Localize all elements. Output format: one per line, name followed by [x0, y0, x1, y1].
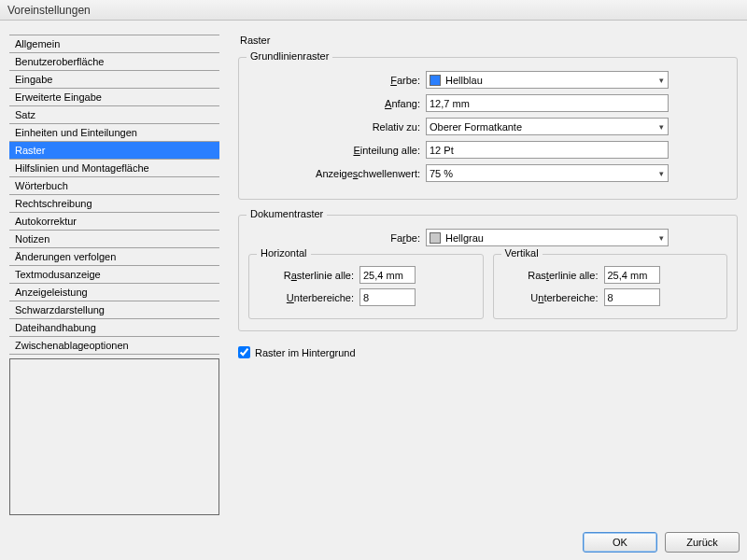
chevron-down-icon: ▾: [659, 169, 664, 178]
category-sidebar: AllgemeinBenutzeroberflächeEingabeErweit…: [9, 35, 219, 515]
sidebar-item[interactable]: Eingabe: [9, 71, 219, 89]
baseline-relative-label: Relativ zu:: [248, 121, 426, 133]
grid-in-back-checkbox[interactable]: [238, 346, 250, 358]
baseline-relative-value: Oberer Formatkante: [430, 121, 522, 133]
baseline-start-input[interactable]: [426, 94, 669, 112]
sidebar-item[interactable]: Anzeigeleistung: [9, 284, 219, 301]
document-grid-group: Dokumentraster Farbe: Hellgrau ▾ Horizon…: [238, 215, 738, 331]
sidebar-item[interactable]: Textmodusanzeige: [9, 266, 219, 284]
horizontal-subgroup: Horizontal Rasterlinie alle: Unterbereic…: [248, 254, 484, 319]
vertical-title: Vertikal: [501, 247, 543, 259]
sidebar-item[interactable]: Dateihandhabung: [9, 319, 219, 337]
chevron-down-icon: ▾: [659, 233, 664, 243]
baseline-grid-group: Grundlinienraster Farbe: Hellblau ▾ Anfa…: [238, 57, 738, 200]
baseline-relative-select[interactable]: Oberer Formatkante ▾: [426, 118, 669, 135]
sidebar-item[interactable]: Rechtschreibung: [9, 195, 219, 213]
color-swatch-icon: [430, 232, 441, 244]
sidebar-item[interactable]: Allgemein: [9, 35, 219, 53]
v-gridline-label: Rasterlinie alle:: [501, 270, 604, 281]
h-gridline-label: Rasterlinie alle:: [257, 270, 359, 281]
v-subdiv-input[interactable]: [604, 288, 660, 306]
baseline-increment-label: Einteilung alle:: [248, 145, 426, 156]
v-subdiv-label: Unterbereiche:: [501, 292, 604, 303]
content-area: AllgemeinBenutzeroberflächeEingabeErweit…: [0, 21, 747, 525]
sidebar-item[interactable]: Erweiterte Eingabe: [9, 89, 219, 106]
docgrid-color-label: Farbe:: [248, 232, 426, 244]
sidebar-item[interactable]: Raster: [9, 142, 219, 160]
chevron-down-icon: ▾: [659, 76, 664, 85]
sidebar-item[interactable]: Notizen: [9, 231, 219, 248]
category-list: AllgemeinBenutzeroberflächeEingabeErweit…: [9, 35, 219, 355]
dialog-button-bar: OK Zurück: [583, 532, 740, 553]
baseline-color-label: Farbe:: [248, 75, 426, 86]
baseline-start-label: Anfang:: [248, 98, 426, 109]
sidebar-item[interactable]: Satz: [9, 106, 219, 124]
baseline-increment-input[interactable]: [426, 141, 669, 159]
window-title: Voreinstellungen: [7, 4, 91, 17]
page-title: Raster: [238, 35, 738, 46]
back-button[interactable]: Zurück: [665, 532, 740, 553]
ok-button[interactable]: OK: [583, 532, 657, 553]
chevron-down-icon: ▾: [659, 122, 664, 132]
vertical-subgroup: Vertikal Rasterlinie alle: Unterbereiche…: [493, 254, 728, 319]
sidebar-item[interactable]: Schwarzdarstellung: [9, 301, 219, 319]
horizontal-title: Horizontal: [257, 247, 311, 259]
color-swatch-icon: [430, 75, 441, 86]
window-titlebar: Voreinstellungen: [0, 0, 747, 21]
sidebar-item[interactable]: Zwischenablageoptionen: [9, 337, 219, 355]
main-panel: Raster Grundlinienraster Farbe: Hellblau…: [238, 35, 738, 515]
docgrid-color-select[interactable]: Hellgrau ▾: [426, 229, 669, 246]
baseline-threshold-label: Anzeigeschwellenwert:: [248, 168, 426, 179]
baseline-color-select[interactable]: Hellblau ▾: [426, 71, 669, 89]
sidebar-preview-box: [9, 358, 219, 515]
baseline-group-title: Grundlinienraster: [247, 50, 332, 62]
grid-in-back-label: Raster im Hintergrund: [255, 347, 356, 358]
sidebar-item[interactable]: Autokorrektur: [9, 213, 219, 231]
baseline-color-value: Hellblau: [445, 75, 483, 86]
baseline-threshold-value: 75 %: [430, 168, 453, 179]
baseline-threshold-select[interactable]: 75 % ▾: [426, 164, 669, 182]
sidebar-item[interactable]: Änderungen verfolgen: [9, 248, 219, 266]
sidebar-item[interactable]: Hilfslinien und Montagefläche: [9, 160, 219, 177]
v-gridline-input[interactable]: [604, 266, 660, 284]
grid-in-back-row: Raster im Hintergrund: [238, 346, 738, 358]
docgrid-color-value: Hellgrau: [445, 232, 484, 244]
h-gridline-input[interactable]: [359, 266, 416, 284]
sidebar-item[interactable]: Benutzeroberfläche: [9, 53, 219, 71]
sidebar-item[interactable]: Wörterbuch: [9, 177, 219, 195]
h-subdiv-input[interactable]: [359, 288, 416, 306]
sidebar-item[interactable]: Einheiten und Einteilungen: [9, 124, 219, 142]
docgrid-group-title: Dokumentraster: [247, 208, 327, 219]
h-subdiv-label: Unterbereiche:: [257, 292, 359, 303]
